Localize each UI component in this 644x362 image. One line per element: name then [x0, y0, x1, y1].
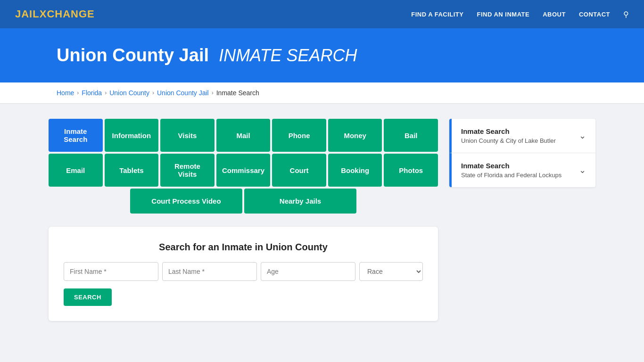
- tab-bail[interactable]: Bail: [384, 119, 438, 152]
- search-inputs: Race White Black Hispanic Asian Other: [64, 262, 423, 281]
- tab-email[interactable]: Email: [49, 154, 103, 187]
- tab-visits[interactable]: Visits: [160, 119, 215, 152]
- breadcrumb: Home › Florida › Union County › Union Co…: [0, 82, 644, 104]
- breadcrumb-sep-3: ›: [152, 90, 154, 96]
- tabs-grid: Inmate Search Information Visits Mail Ph…: [49, 119, 438, 214]
- tab-booking[interactable]: Booking: [328, 154, 382, 187]
- tab-information[interactable]: Information: [105, 119, 159, 152]
- tab-money[interactable]: Money: [328, 119, 382, 152]
- search-button[interactable]: SEARCH: [64, 288, 112, 306]
- tabs-row-2: Email Tablets Remote Visits Commissary C…: [49, 154, 438, 187]
- breadcrumb-union-county[interactable]: Union County: [109, 89, 149, 97]
- page-title-bold: Union County Jail: [57, 45, 209, 65]
- last-name-input[interactable]: [162, 262, 257, 281]
- main-content: Inmate Search Information Visits Mail Ph…: [39, 104, 605, 336]
- tab-court[interactable]: Court: [272, 154, 326, 187]
- tab-photos[interactable]: Photos: [384, 154, 438, 187]
- race-select[interactable]: Race White Black Hispanic Asian Other: [359, 262, 423, 281]
- sidebar-item-2-title: Inmate Search: [461, 162, 561, 170]
- sidebar-item-2-text: Inmate Search State of Florida and Feder…: [461, 162, 561, 179]
- nav-find-inmate[interactable]: FIND AN INMATE: [477, 11, 529, 18]
- breadcrumb-sep-4: ›: [212, 90, 214, 96]
- chevron-down-icon-2: ⌄: [579, 165, 586, 175]
- logo-x: X: [40, 8, 47, 20]
- tab-phone[interactable]: Phone: [272, 119, 326, 152]
- sidebar-item-2-subtitle: State of Florida and Federal Lockups: [461, 172, 561, 179]
- nav-links: FIND A FACILITY FIND AN INMATE ABOUT CON…: [411, 10, 629, 19]
- tab-court-process-video[interactable]: Court Process Video: [130, 189, 242, 214]
- sidebar-item-1-subtitle: Union County & City of Lake Butler: [461, 137, 556, 144]
- right-sidebar: Inmate Search Union County & City of Lak…: [449, 119, 595, 187]
- logo-exchange: CHANGE: [47, 8, 94, 20]
- search-form-box: Search for an Inmate in Union County Rac…: [49, 227, 438, 321]
- logo-jail: JAIL: [15, 8, 40, 20]
- navbar: JAILXCHANGE FIND A FACILITY FIND AN INMA…: [0, 0, 644, 28]
- tab-tablets[interactable]: Tablets: [105, 154, 159, 187]
- tab-commissary[interactable]: Commissary: [216, 154, 271, 187]
- nav-find-facility[interactable]: FIND A FACILITY: [411, 11, 463, 18]
- breadcrumb-jail[interactable]: Union County Jail: [157, 89, 209, 97]
- tab-mail[interactable]: Mail: [216, 119, 271, 152]
- hero-banner: Union County Jail INMATE SEARCH: [0, 28, 644, 82]
- breadcrumb-sep-2: ›: [105, 90, 107, 96]
- tab-remote-visits[interactable]: Remote Visits: [160, 154, 215, 187]
- sidebar-item-2[interactable]: Inmate Search State of Florida and Feder…: [449, 153, 595, 187]
- breadcrumb-current: Inmate Search: [216, 89, 259, 97]
- sidebar-item-1-text: Inmate Search Union County & City of Lak…: [461, 127, 556, 144]
- sidebar-item-1-title: Inmate Search: [461, 127, 556, 135]
- tabs-row-1: Inmate Search Information Visits Mail Ph…: [49, 119, 438, 152]
- sidebar-item-1[interactable]: Inmate Search Union County & City of Lak…: [449, 119, 595, 153]
- nav-about[interactable]: ABOUT: [543, 11, 566, 18]
- site-logo[interactable]: JAILXCHANGE: [15, 8, 95, 20]
- tabs-row-3: Court Process Video Nearby Jails: [49, 189, 438, 214]
- age-input[interactable]: [261, 262, 355, 281]
- breadcrumb-florida[interactable]: Florida: [82, 89, 102, 97]
- search-form-title: Search for an Inmate in Union County: [64, 242, 423, 253]
- breadcrumb-home[interactable]: Home: [57, 89, 74, 97]
- tab-inmate-search[interactable]: Inmate Search: [49, 119, 103, 152]
- tab-nearby-jails[interactable]: Nearby Jails: [244, 189, 356, 214]
- first-name-input[interactable]: [64, 262, 158, 281]
- chevron-down-icon-1: ⌄: [579, 131, 586, 141]
- search-icon[interactable]: ⚲: [623, 10, 629, 19]
- breadcrumb-sep-1: ›: [77, 90, 79, 96]
- page-title: Union County Jail INMATE SEARCH: [57, 45, 629, 66]
- page-title-italic: INMATE SEARCH: [219, 46, 357, 65]
- sidebar-card: Inmate Search Union County & City of Lak…: [449, 119, 595, 187]
- left-column: Inmate Search Information Visits Mail Ph…: [49, 119, 438, 321]
- nav-contact[interactable]: CONTACT: [579, 11, 610, 18]
